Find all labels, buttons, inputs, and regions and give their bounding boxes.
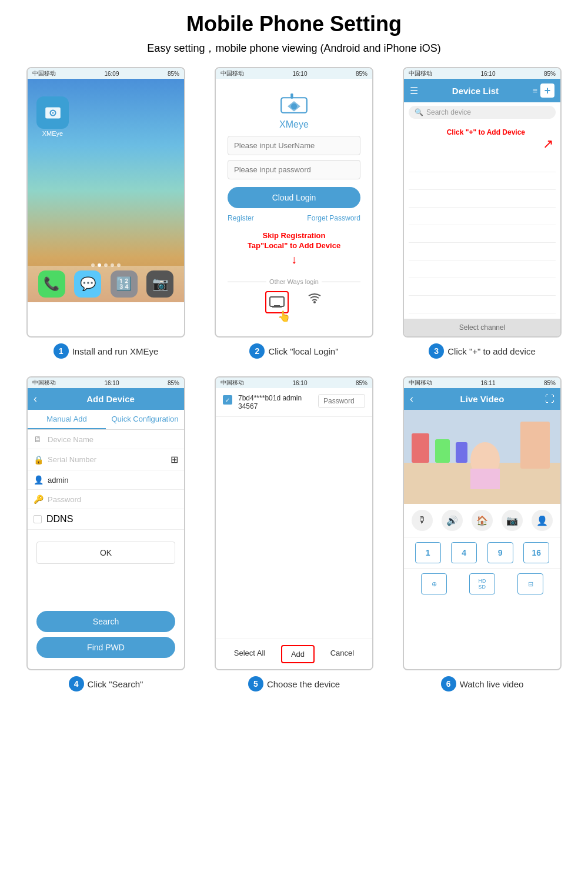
snapshot-button[interactable]: 📷 [502, 510, 523, 531]
cursor-hand-1: 👆 [278, 310, 290, 323]
grid-9-button[interactable]: 9 [487, 542, 513, 563]
username-input[interactable] [228, 136, 360, 155]
grid-16-button[interactable]: 16 [523, 542, 549, 563]
password-label: Password [48, 495, 81, 504]
svg-rect-7 [290, 93, 293, 99]
controls-row: 🎙 🔊 🏠 📷 👤 [404, 504, 560, 537]
serial-number-label: Serial Number [48, 455, 96, 464]
page-title: Mobile Phone Setting [12, 12, 576, 36]
step-5-label: 5 Choose the device [248, 676, 340, 691]
camera-icon[interactable]: 📷 [146, 270, 173, 298]
xmeye-icon-svg [44, 103, 62, 122]
xmeye-logo: XMeye [276, 93, 312, 130]
line-right [322, 282, 360, 282]
search-button[interactable]: Search [36, 611, 175, 632]
cancel-button[interactable]: Cancel [322, 645, 363, 663]
step-3-circle: 3 [429, 343, 444, 359]
step-2-circle: 2 [249, 343, 265, 359]
add-device-annotation: Click "+" to Add Device [404, 128, 560, 136]
monitor-icon: 🖥 [34, 435, 43, 444]
tab-manual-add[interactable]: Manual Add [28, 410, 106, 429]
live-back-button[interactable]: ‹ [410, 393, 413, 405]
curved-arrow: ↗ [404, 136, 560, 152]
step-4-circle: 4 [69, 676, 84, 691]
ok-button[interactable]: OK [36, 542, 175, 564]
empty-row-6 [409, 243, 556, 260]
fullscreen-icon[interactable]: ⛶ [545, 394, 554, 405]
empty-row-1 [409, 155, 556, 172]
lock-icon: 🔑 [34, 495, 43, 504]
device-list-item: ✓ 7bd4****b01d admin 34567 [216, 388, 372, 417]
password-input[interactable] [228, 160, 360, 179]
tap-local-text: Tap"Local" to Add Device [248, 241, 340, 250]
live-video-svg [404, 410, 560, 504]
ptz-button[interactable]: ⊕ [421, 573, 447, 594]
select-all-button[interactable]: Select All [225, 645, 274, 663]
grid-1-button[interactable]: 1 [415, 542, 441, 563]
ddns-checkbox[interactable] [34, 515, 42, 523]
tab-quick-config[interactable]: Quick Configuration [106, 410, 184, 429]
step-5-text: Choose the device [267, 679, 340, 689]
record-button[interactable]: 👤 [532, 510, 553, 531]
grid-4-button[interactable]: 4 [451, 542, 477, 563]
calculator-icon[interactable]: 🔢 [111, 270, 138, 298]
phone6-status-bar: 中国移动 16:11 85% [404, 377, 560, 388]
phone2-status-bar: 中国移动 16:10 85% [216, 68, 372, 79]
username-value: admin [48, 476, 68, 485]
device-password-input[interactable] [318, 394, 365, 408]
phone4-status-bar: 中国移动 16:10 85% [28, 377, 184, 388]
device-select-checkbox[interactable]: ✓ [223, 395, 232, 405]
phone5-status-bar: 中国移动 16:10 85% [216, 377, 372, 388]
empty-rows [404, 155, 560, 313]
line-left [228, 282, 266, 282]
step-4-text: Click "Search" [88, 679, 143, 689]
xmeye-icon[interactable] [36, 96, 69, 129]
forget-password-link[interactable]: Forget Password [307, 214, 360, 222]
device-port-text: 34567 [238, 402, 312, 410]
step-2-label: 2 Click "local Login" [249, 343, 338, 359]
step-6-text: Watch live video [460, 679, 524, 689]
empty-row-3 [409, 190, 556, 208]
add-button[interactable]: Add [281, 645, 315, 663]
device-name-field: 🖥 Device Name [28, 430, 184, 449]
phone-icon[interactable]: 📞 [38, 270, 65, 298]
wifi-login-icon[interactable] [306, 291, 323, 313]
menu-icon[interactable]: ☰ [410, 85, 418, 96]
cloud-login-button[interactable]: Cloud Login [228, 187, 360, 208]
home-button[interactable]: 🏠 [472, 510, 493, 531]
local-login-icon-wrap[interactable]: 👆 [265, 291, 289, 313]
back-button[interactable]: ‹ [34, 393, 37, 405]
find-pwd-button[interactable]: Find PWD [36, 637, 175, 658]
mic-button[interactable]: 🎙 [412, 510, 433, 531]
phone6-battery: 85% [544, 380, 556, 386]
filter-icon[interactable]: ≡ [533, 86, 537, 95]
hd-sd-button[interactable]: HDSD [469, 573, 495, 594]
qr-code-icon[interactable]: ⊞ [171, 454, 178, 465]
phone3-battery: 85% [544, 71, 556, 77]
phone-6-container: 中国移动 16:11 85% ‹ Live Video ⛶ [397, 376, 567, 691]
tab-row: Manual Add Quick Configuration [28, 410, 184, 430]
svg-rect-15 [412, 433, 429, 463]
speaker-button[interactable]: 🔊 [442, 510, 463, 531]
step-5-circle: 5 [248, 676, 263, 691]
layout-button[interactable]: ⊟ [517, 573, 543, 594]
add-device-plus-button[interactable]: + [540, 83, 554, 98]
phone1-carrier: 中国移动 [32, 69, 56, 78]
search-bar[interactable]: 🔍 Search device [409, 106, 556, 119]
device-info: 7bd4****b01d admin 34567 [238, 394, 312, 410]
extra-buttons: ⊕ HDSD ⊟ [404, 569, 560, 599]
register-link[interactable]: Register [228, 214, 254, 222]
dock: 📞 💬 🔢 📷 [28, 266, 184, 302]
xmeye-app[interactable]: XMEye [36, 96, 69, 137]
device-id-text: 7bd4****b01d admin [238, 394, 312, 402]
device-list-title: Device List [452, 86, 499, 96]
live-video-area [404, 410, 560, 504]
messages-icon[interactable]: 💬 [74, 270, 101, 298]
svg-point-11 [313, 301, 316, 303]
login-icons-row: 👆 [228, 291, 360, 313]
skip-registration-text: Skip Registration [263, 231, 326, 240]
phone1-bg: XMEye 📞 💬 🔢 📷 [28, 79, 184, 302]
empty-row-2 [409, 172, 556, 190]
select-channel-btn[interactable]: Select channel [404, 319, 560, 336]
phone-3: 中国移动 16:10 85% ☰ Device List ≡ + 🔍 Searc… [403, 67, 562, 338]
